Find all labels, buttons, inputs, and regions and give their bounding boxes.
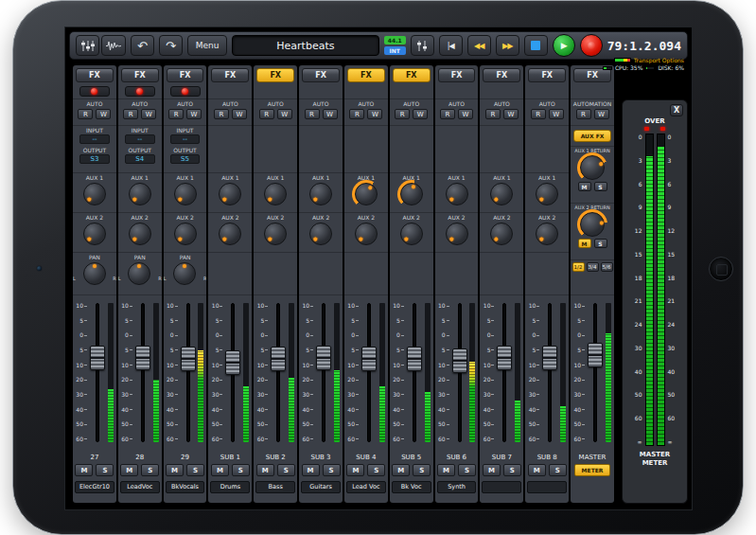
auto-read-button[interactable]: R — [440, 109, 455, 119]
channel-name[interactable]: Bk Voc — [392, 481, 431, 493]
aux2-knob[interactable] — [129, 223, 151, 245]
fx-button[interactable]: FX — [438, 68, 476, 82]
aux1-knob[interactable] — [129, 183, 151, 205]
auto-write-button[interactable]: W — [323, 109, 338, 119]
return-to-start-button[interactable]: |◀ — [439, 35, 463, 56]
record-arm-button[interactable] — [125, 86, 155, 97]
aux2-knob[interactable] — [309, 223, 332, 245]
record-arm-button[interactable] — [170, 86, 201, 97]
edit-view-button[interactable] — [101, 35, 126, 56]
fader[interactable] — [87, 295, 108, 452]
pair-12-button[interactable]: 1/2 — [572, 262, 585, 272]
fader[interactable] — [449, 295, 470, 452]
channel-name[interactable]: Bass — [255, 481, 295, 493]
solo-button[interactable]: S — [186, 464, 204, 476]
auto-read-button[interactable]: R — [485, 109, 501, 119]
record-button[interactable] — [580, 34, 603, 57]
transport-options-label[interactable]: Transport Options — [634, 57, 684, 63]
fader-cap[interactable] — [588, 343, 603, 367]
solo-button[interactable]: S — [367, 464, 385, 476]
fx-button[interactable]: FX — [302, 68, 340, 82]
fader[interactable] — [313, 295, 334, 452]
fx-button[interactable]: FX — [76, 68, 114, 82]
redo-button[interactable]: ↷ — [159, 35, 183, 56]
mixer-view-button[interactable] — [76, 35, 99, 56]
channel-name[interactable]: LeadVoc — [120, 481, 160, 493]
solo-button[interactable]: S — [277, 464, 295, 476]
fader-cap[interactable] — [542, 346, 557, 370]
aux1-knob[interactable] — [309, 183, 332, 205]
mute-button[interactable]: M — [211, 464, 229, 476]
output-select[interactable]: S3 — [79, 154, 110, 164]
fader[interactable] — [268, 295, 289, 452]
fader[interactable] — [585, 295, 606, 452]
song-title[interactable]: Heartbeats — [232, 35, 379, 56]
auto-write-button[interactable]: W — [186, 109, 202, 119]
mute-button[interactable]: M — [346, 464, 364, 476]
pan-knob[interactable] — [173, 262, 196, 285]
pan-knob[interactable] — [128, 262, 150, 285]
fader-cap[interactable] — [181, 347, 196, 371]
auto-read-button[interactable]: R — [259, 109, 274, 119]
pan-knob[interactable] — [83, 262, 106, 285]
auto-write-button[interactable]: W — [96, 109, 111, 119]
channel-name[interactable]: ElecGtr10 — [75, 481, 114, 493]
home-button[interactable] — [709, 257, 733, 281]
menu-button[interactable]: Menu — [187, 35, 227, 56]
aux1-return-solo-button[interactable]: S — [594, 182, 607, 191]
output-select[interactable]: S4 — [125, 154, 155, 164]
aux2-return-solo-button[interactable]: S — [594, 239, 607, 248]
aux1-knob[interactable] — [355, 183, 378, 205]
mute-button[interactable]: M — [166, 464, 184, 476]
fader[interactable] — [494, 295, 515, 452]
auto-read-button[interactable]: R — [349, 109, 364, 119]
stop-button[interactable] — [524, 35, 548, 56]
aux2-knob[interactable] — [400, 223, 423, 245]
fader[interactable] — [359, 295, 379, 452]
pair-56-button[interactable]: 5/6 — [601, 262, 613, 272]
solo-button[interactable]: S — [232, 464, 250, 476]
fx-button[interactable]: FX — [211, 68, 249, 82]
aux-fx-button[interactable]: AUX FX — [573, 130, 611, 142]
auto-write-button[interactable]: W — [232, 109, 247, 119]
output-select[interactable]: S5 — [170, 154, 201, 164]
mute-button[interactable]: M — [120, 464, 138, 476]
aux1-return-mute-button[interactable]: M — [578, 182, 591, 191]
fader-cap[interactable] — [135, 346, 150, 370]
record-arm-button[interactable] — [79, 86, 110, 97]
input-select[interactable]: -- — [79, 134, 110, 144]
fx-button[interactable]: FX — [256, 68, 294, 82]
mute-button[interactable]: M — [528, 464, 546, 476]
solo-button[interactable]: S — [413, 464, 431, 476]
fader[interactable] — [132, 295, 153, 452]
auto-write-button[interactable]: W — [549, 109, 564, 119]
auto-write-button[interactable]: W — [141, 109, 156, 119]
aux1-knob[interactable] — [400, 183, 423, 205]
mute-button[interactable]: M — [75, 464, 93, 476]
aux1-return-knob[interactable] — [580, 155, 605, 180]
aux2-knob[interactable] — [355, 223, 378, 245]
fx-button[interactable]: FX — [121, 68, 159, 82]
auto-write-button[interactable]: W — [367, 109, 382, 119]
auto-write-button[interactable]: W — [277, 109, 292, 119]
auto-read-button[interactable]: R — [123, 109, 138, 119]
solo-button[interactable]: S — [96, 464, 114, 476]
fx-button[interactable]: FX — [393, 68, 431, 82]
fader-cap[interactable] — [225, 350, 240, 375]
auto-read-button[interactable]: R — [78, 109, 93, 119]
fx-button[interactable]: FX — [528, 68, 566, 82]
channel-name[interactable]: Synth — [437, 481, 477, 493]
auto-read-button[interactable]: R — [395, 109, 410, 119]
auto-read-button[interactable]: R — [576, 109, 591, 119]
pair-34-button[interactable]: 3/4 — [587, 262, 599, 272]
input-select[interactable]: -- — [125, 134, 155, 144]
channel-name[interactable] — [482, 481, 521, 493]
fader-cap[interactable] — [361, 347, 377, 371]
aux1-knob[interactable] — [219, 183, 241, 205]
fader[interactable] — [222, 295, 243, 452]
solo-button[interactable]: S — [323, 464, 341, 476]
aux2-knob[interactable] — [536, 223, 558, 245]
meter-toggle-button[interactable]: METER — [574, 464, 610, 476]
fader-cap[interactable] — [497, 346, 512, 370]
fx-button[interactable]: FX — [483, 68, 520, 82]
